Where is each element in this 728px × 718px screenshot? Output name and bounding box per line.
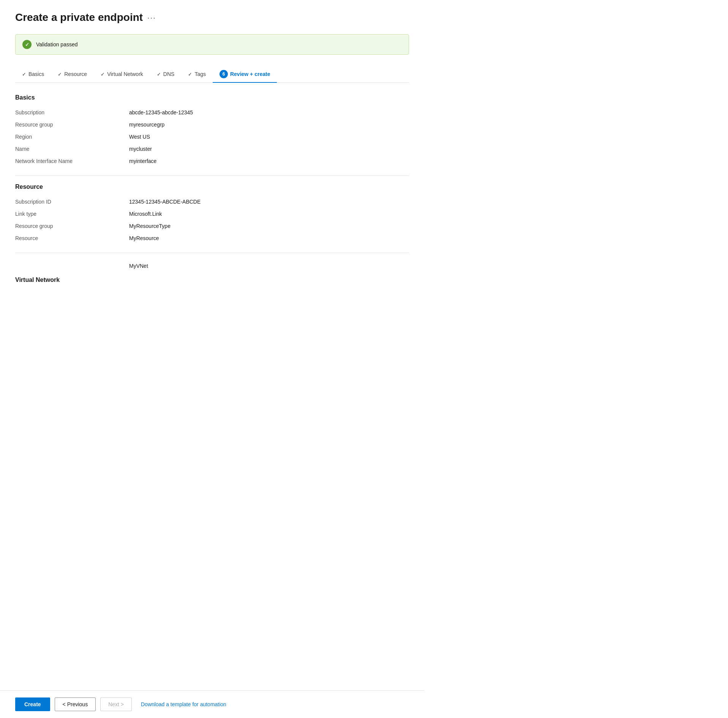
tab-virtual-network[interactable]: ✓ Virtual Network [94, 67, 150, 82]
content-area: Basics Subscription abcde-12345-abcde-12… [15, 94, 409, 327]
tab-review-create[interactable]: 6 Review + create [213, 66, 277, 83]
validation-banner: Validation passed [15, 34, 409, 55]
field-value-region: West US [129, 134, 150, 140]
check-icon-resource: ✓ [58, 71, 62, 77]
section-virtual-network-title: Virtual Network [15, 277, 409, 283]
field-label-resource-group: Resource group [15, 122, 129, 128]
field-row-myvnet-value: MyVNet [15, 261, 409, 273]
tab-resource[interactable]: ✓ Resource [51, 67, 94, 82]
field-label-subscription: Subscription [15, 109, 129, 115]
tab-virtual-network-label: Virtual Network [107, 71, 143, 77]
step-badge-review: 6 [220, 70, 228, 78]
field-row-resource-group: Resource group myresourcegrp [15, 119, 409, 131]
field-label-region: Region [15, 134, 129, 140]
field-value-subscription: abcde-12345-abcde-12345 [129, 109, 193, 115]
field-row-link-type: Link type Microsoft.Link [15, 209, 409, 221]
tab-basics-label: Basics [28, 71, 44, 77]
tab-dns-label: DNS [163, 71, 175, 77]
tab-basics[interactable]: ✓ Basics [15, 67, 51, 82]
field-label-link-type: Link type [15, 211, 129, 217]
field-row-resource-group-resource: Resource group MyResourceType [15, 221, 409, 233]
field-row-region: Region West US [15, 131, 409, 144]
field-value-subscription-id: 12345-12345-ABCDE-ABCDE [129, 199, 201, 205]
field-value-name: mycluster [129, 146, 152, 152]
section-resource-title: Resource [15, 183, 409, 190]
page-header: Create a private endpoint ··· [15, 11, 409, 24]
tabs-container: ✓ Basics ✓ Resource ✓ Virtual Network ✓ … [15, 66, 409, 83]
field-label-resource: Resource [15, 235, 129, 241]
field-label-subscription-id: Subscription ID [15, 199, 129, 205]
field-row-subscription-id: Subscription ID 12345-12345-ABCDE-ABCDE [15, 196, 409, 209]
field-label-name: Name [15, 146, 129, 152]
field-value-resource: MyResource [129, 235, 159, 241]
validation-text: Validation passed [36, 41, 77, 47]
tab-resource-label: Resource [64, 71, 87, 77]
field-row-nic-name: Network Interface Name myinterface [15, 156, 409, 168]
section-basics-title: Basics [15, 94, 409, 101]
tab-dns[interactable]: ✓ DNS [150, 67, 182, 82]
tab-tags[interactable]: ✓ Tags [181, 67, 213, 82]
more-options-icon[interactable]: ··· [147, 13, 156, 22]
field-row-subscription: Subscription abcde-12345-abcde-12345 [15, 107, 409, 119]
field-row-name: Name mycluster [15, 144, 409, 156]
field-value-resource-group: myresourcegrp [129, 122, 164, 128]
field-value-link-type: Microsoft.Link [129, 211, 162, 217]
check-icon-dns: ✓ [157, 71, 161, 77]
field-value-resource-group-resource: MyResourceType [129, 223, 171, 229]
divider-resource-vnet [15, 253, 409, 253]
field-row-resource: Resource MyResource [15, 233, 409, 245]
validation-success-icon [22, 40, 32, 49]
field-label-nic-name: Network Interface Name [15, 158, 129, 164]
check-icon-virtual-network: ✓ [101, 71, 105, 77]
page-title: Create a private endpoint [15, 11, 143, 24]
tab-tags-label: Tags [194, 71, 206, 77]
field-value-nic-name: myinterface [129, 158, 156, 164]
check-icon-tags: ✓ [188, 71, 192, 77]
check-icon-basics: ✓ [22, 71, 26, 77]
tab-review-create-label: Review + create [230, 71, 270, 77]
field-value-myvnet: MyVNet [129, 263, 148, 269]
field-label-resource-group-resource: Resource group [15, 223, 129, 229]
divider-basics-resource [15, 176, 409, 176]
